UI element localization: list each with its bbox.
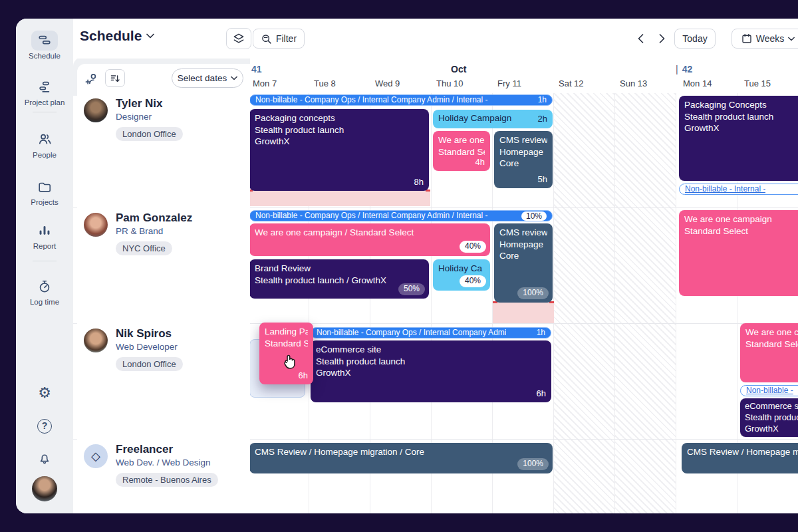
person-row[interactable]: Tyler Nix Designer London Office [77, 93, 250, 207]
hours-label: 1h [538, 95, 547, 105]
people-icon [31, 129, 58, 149]
task-block[interactable]: eCommerce s Stealth produc GrowthX [740, 398, 798, 437]
diamond-icon: ◇ [91, 450, 100, 463]
filter-label: Filter [276, 33, 297, 44]
task-block[interactable]: Brand Review Stealth product launch / Gr… [249, 259, 429, 299]
sort-icon [110, 73, 120, 84]
person-tag: London Office [116, 357, 183, 371]
grid-row-line [248, 323, 798, 324]
sidebar-item-people[interactable]: People [16, 129, 73, 159]
person-tag: London Office [116, 127, 183, 141]
sidebar-divider [33, 261, 57, 261]
percent-badge: 40% [460, 241, 486, 253]
dragged-task-block[interactable]: Landing Pa Standard S 6h [259, 323, 313, 384]
weekend-column [615, 93, 676, 513]
day-label: Mon 14 [683, 78, 712, 88]
grid-row-line [248, 439, 798, 440]
settings-button[interactable]: ⚙ [16, 383, 73, 403]
sidebar: Schedule Project plan People Projects R [16, 19, 73, 513]
sidebar-item-project-plan[interactable]: Project plan [16, 77, 73, 106]
filter-search-icon [261, 33, 272, 45]
percent-badge: 100% [517, 458, 549, 470]
sidebar-divider [33, 112, 57, 112]
sidebar-item-report[interactable]: Report [16, 221, 73, 250]
day-label: Thu 10 [436, 78, 463, 88]
sort-button[interactable] [105, 69, 125, 87]
day-label: Sun 13 [620, 78, 647, 88]
view-switcher[interactable]: Schedule [80, 28, 154, 44]
task-block[interactable]: We are one campaign / Standard Select 40… [249, 223, 490, 256]
percent-badge: 10% [521, 211, 547, 221]
task-block[interactable]: CMS Review / Homepage m [682, 443, 798, 473]
person-role: Web Dev. / Web Design [116, 458, 211, 467]
task-block[interactable]: We are one campaign Standard Select [679, 210, 798, 296]
calendar-icon [741, 33, 752, 44]
overtime-overlay [248, 191, 430, 206]
folder-icon [31, 177, 58, 197]
select-dates-dropdown[interactable]: Select dates [172, 68, 243, 88]
task-block[interactable]: CMS review Homepage Core 5h [494, 131, 553, 188]
next-week-button[interactable] [655, 32, 668, 45]
topbar: Schedule Filter Today Weeks [73, 19, 798, 59]
timeoff-strip[interactable]: Non-billable - Company Ops / Internal Co… [249, 210, 553, 221]
percent-badge: 100% [517, 287, 549, 299]
avatar [84, 98, 108, 122]
user-avatar-button[interactable] [16, 476, 73, 504]
task-block[interactable]: eCommerce site Stealth product launch Gr… [311, 340, 551, 402]
person-name: Tyler Nix [116, 97, 163, 110]
task-block[interactable]: CMS review Homepage Core 100% [494, 223, 553, 303]
person-role: PR & Brand [116, 226, 163, 236]
day-label: Tue 8 [314, 78, 336, 88]
filter-button[interactable]: Filter [253, 29, 305, 49]
sidebar-item-log-time[interactable]: Log time [16, 277, 73, 306]
timeoff-strip-tentative[interactable]: Non-billable - Internal - [679, 184, 798, 195]
today-label: Today [682, 33, 707, 44]
percent-badge: 40% [460, 275, 486, 287]
timeoff-strip-tentative[interactable]: Non-billable - [740, 385, 798, 396]
add-person-button[interactable] [85, 72, 100, 89]
hours-label: 6h [299, 370, 308, 382]
day-label: Tue 15 [744, 78, 771, 88]
prev-week-button[interactable] [634, 32, 647, 45]
schedule-grid: Non-billable - Company Ops / Internal Co… [248, 93, 798, 513]
bell-icon [31, 448, 58, 468]
person-tag: NYC Office [116, 241, 172, 255]
task-block[interactable]: Holiday Campaign 2h [433, 110, 553, 128]
sidebar-item-schedule[interactable]: Schedule [16, 31, 73, 60]
task-block[interactable]: Holiday Ca 40% [433, 259, 490, 291]
layers-button[interactable] [226, 28, 251, 49]
zoom-range-select[interactable]: Weeks [732, 29, 798, 49]
bar-chart-icon [31, 221, 58, 241]
schedule-icon [31, 31, 58, 51]
add-person-icon [85, 72, 100, 86]
overtime-overlay [493, 303, 554, 323]
task-block[interactable]: Packaging concepts Stealth product launc… [249, 109, 429, 191]
task-block[interactable]: Packaging Concepts Stealth product launc… [679, 96, 798, 181]
notifications-button[interactable] [16, 448, 73, 468]
chevron-down-icon [146, 33, 154, 39]
chevron-down-icon [231, 76, 237, 80]
hours-label: 6h [537, 388, 546, 400]
task-block[interactable]: CMS Review / Homepage migration / Core 1… [249, 443, 553, 473]
timeoff-strip[interactable]: Non-billable - Company Ops / Internal Co… [311, 327, 551, 338]
person-row[interactable]: Nik Spiros Web Developer London Office [77, 323, 250, 439]
sidebar-item-projects[interactable]: Projects [16, 177, 73, 206]
avatar [32, 476, 57, 501]
today-button[interactable]: Today [674, 29, 716, 49]
hours-label: 2h [538, 114, 547, 125]
chevron-right-icon [659, 34, 665, 43]
help-button[interactable]: ? [16, 416, 73, 436]
day-label: Mon 7 [253, 78, 277, 88]
calendar-header: 41 Oct |42 Mon 7 Tue 8 Wed 9 Thu 10 Fry … [247, 59, 798, 93]
chevron-down-icon [788, 37, 795, 41]
avatar [84, 329, 108, 352]
task-block[interactable]: We are one Standard Se 4h [433, 131, 490, 171]
person-row[interactable]: ◇ Freelancer Web Dev. / Web Design Remot… [77, 439, 250, 513]
task-block[interactable]: We are one ca Standard Sele [740, 323, 798, 382]
weekend-column [554, 93, 615, 513]
project-plan-icon [31, 77, 58, 97]
day-label: Wed 9 [375, 78, 400, 88]
timeoff-strip[interactable]: Non-billable - Company Ops / Internal Co… [249, 94, 553, 106]
person-row[interactable]: Pam Gonzalez PR & Brand NYC Office [77, 207, 250, 323]
person-name: Nik Spiros [116, 327, 172, 340]
